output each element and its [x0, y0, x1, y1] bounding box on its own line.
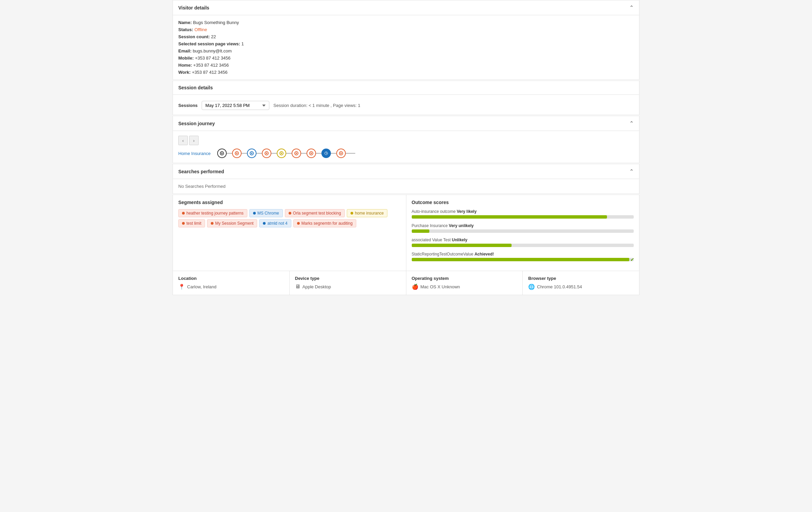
- footer-device: Device type 🖥 Apple Desktop: [290, 271, 406, 295]
- progress-bg-1: [412, 229, 634, 233]
- searches-header: Searches performed ⌃: [173, 164, 639, 179]
- journey-line: [271, 153, 277, 154]
- tag-dot-0: [182, 212, 185, 215]
- visitor-mobile-row: Mobile: +353 87 412 3456: [178, 55, 634, 61]
- segment-tag-6: atmld not 4: [259, 219, 291, 227]
- journey-nav: ‹ ›: [178, 136, 634, 145]
- journey-link[interactable]: Home Insurance: [178, 151, 210, 156]
- session-details-title: Session details: [178, 85, 213, 90]
- searches-chevron[interactable]: ⌃: [629, 168, 634, 175]
- visitor-details-title: Visitor details: [178, 5, 209, 10]
- searches-section: Searches performed ⌃ No Searches Perform…: [173, 164, 639, 194]
- session-journey-body: ‹ › Home Insurance: [173, 131, 639, 163]
- no-searches-text: No Searches Performed: [178, 184, 225, 189]
- footer-bar: Location 📍 Carlow, Ireland Device type 🖥…: [173, 271, 639, 295]
- footer-os-title: Operating system: [412, 276, 517, 281]
- segment-tag-3: home insurance: [347, 209, 387, 217]
- visitor-page-views-row: Selected session page views: 1: [178, 41, 634, 46]
- journey-node-1: [217, 149, 227, 158]
- tag-dot-3: [351, 212, 353, 215]
- outcome-item-1: Purchase Insurance Very unlikely: [412, 223, 634, 233]
- footer-os-value: 🍎 Mac OS X Unknown: [412, 284, 517, 290]
- progress-fill-0: [412, 215, 607, 219]
- journey-node-5: [277, 149, 286, 158]
- journey-node-3: [247, 149, 256, 158]
- segments-outcome-container: Segments assigned heather testing journe…: [173, 195, 639, 271]
- journey-node-2: [232, 149, 242, 158]
- journey-node-6: [292, 149, 301, 158]
- outcome-item-2: associated Value Test Unlikely: [412, 238, 634, 247]
- svg-point-9: [281, 153, 282, 154]
- visitor-home-row: Home: +353 87 412 3456: [178, 63, 634, 68]
- progress-bg-2: [412, 244, 634, 247]
- visitor-work-row: Work: +353 87 412 3456: [178, 70, 634, 75]
- svg-point-3: [236, 153, 238, 154]
- progress-fill-3: [412, 258, 629, 261]
- session-info-text: Session duration: < 1 minute , Page view…: [273, 103, 360, 108]
- visitor-info-grid: Name: Bugs Something Bunny Status: Offli…: [178, 20, 634, 75]
- journey-node-9: [336, 149, 346, 158]
- visitor-details-section: Visitor details ⌃ Name: Bugs Something B…: [173, 0, 639, 80]
- svg-point-19: [340, 153, 342, 154]
- visitor-email-row: Email: bugs.bunny@lt.com: [178, 48, 634, 53]
- visitor-details-body: Name: Bugs Something Bunny Status: Offli…: [173, 15, 639, 80]
- visitor-name-row: Name: Bugs Something Bunny: [178, 20, 634, 25]
- footer-location: Location 📍 Carlow, Ireland: [173, 271, 290, 295]
- outcome-panel-title: Outcome scores: [412, 200, 634, 205]
- journey-line: [286, 153, 292, 154]
- journey-line: [315, 153, 321, 154]
- visitor-session-count-row: Session count: 22: [178, 34, 634, 39]
- visitor-status-row: Status: Offline: [178, 27, 634, 32]
- segment-tag-0: heather testing journey patterns: [178, 209, 247, 217]
- svg-point-7: [266, 153, 267, 154]
- outcome-item-0: Auto-insurance outcome Very likely: [412, 209, 634, 219]
- segments-tags: heather testing journey patternsMS Chrom…: [178, 209, 401, 227]
- outcome-panel: Outcome scores Auto-insurance outcome Ve…: [406, 195, 639, 271]
- footer-location-title: Location: [178, 276, 284, 281]
- outcome-item-3: StaticReportingTestOutcomeValue Achieved…: [412, 252, 634, 261]
- achieved-icon: ✔: [630, 257, 634, 262]
- svg-point-13: [311, 153, 312, 154]
- journey-next-button[interactable]: ›: [189, 136, 199, 145]
- journey-tail-line: [345, 153, 355, 154]
- footer-browser-value: 🌐 Chrome 101.0.4951.54: [528, 284, 634, 290]
- footer-browser-title: Browser type: [528, 276, 634, 281]
- journey-node-7: [307, 149, 316, 158]
- journey-line: [330, 153, 336, 154]
- tag-dot-1: [253, 212, 256, 215]
- tag-dot-5: [211, 222, 213, 225]
- os-icon: 🍎: [412, 284, 419, 290]
- tag-dot-7: [297, 222, 300, 225]
- footer-device-title: Device type: [295, 276, 401, 281]
- journey-line: [300, 153, 307, 154]
- session-journey-chevron[interactable]: ⌃: [629, 120, 634, 127]
- segments-panel-title: Segments assigned: [178, 200, 401, 205]
- searches-title: Searches performed: [178, 169, 224, 174]
- progress-bg-0: [412, 215, 634, 219]
- segments-panel: Segments assigned heather testing journe…: [173, 195, 406, 271]
- session-date-select[interactable]: May 17, 2022 5:58 PM: [202, 101, 269, 110]
- svg-point-5: [251, 153, 252, 154]
- segment-tag-4: test limit: [178, 219, 205, 227]
- device-icon: 🖥: [295, 284, 300, 290]
- visitor-details-chevron[interactable]: ⌃: [629, 4, 634, 11]
- footer-location-value: 📍 Carlow, Ireland: [178, 284, 284, 290]
- outcomes-container: Auto-insurance outcome Very likelyPurcha…: [412, 209, 634, 261]
- browser-icon: 🌐: [528, 284, 535, 290]
- location-icon: 📍: [178, 284, 185, 290]
- journey-line: [256, 153, 262, 154]
- searches-body: No Searches Performed: [173, 179, 639, 194]
- journey-node-8: [321, 149, 331, 158]
- footer-browser: Browser type 🌐 Chrome 101.0.4951.54: [523, 271, 639, 295]
- session-row: Sessions May 17, 2022 5:58 PM Session du…: [178, 101, 634, 110]
- tag-dot-6: [263, 222, 266, 225]
- svg-point-1: [221, 153, 223, 154]
- tag-dot-4: [182, 222, 185, 225]
- tag-dot-2: [289, 212, 291, 215]
- session-details-body: Sessions May 17, 2022 5:58 PM Session du…: [173, 95, 639, 115]
- journey-circles: [217, 149, 355, 158]
- session-journey-section: Session journey ⌃ ‹ › Home Insurance: [173, 116, 639, 163]
- progress-bg-3: ✔: [412, 258, 634, 261]
- footer-device-value: 🖥 Apple Desktop: [295, 284, 401, 290]
- journey-prev-button[interactable]: ‹: [178, 136, 188, 145]
